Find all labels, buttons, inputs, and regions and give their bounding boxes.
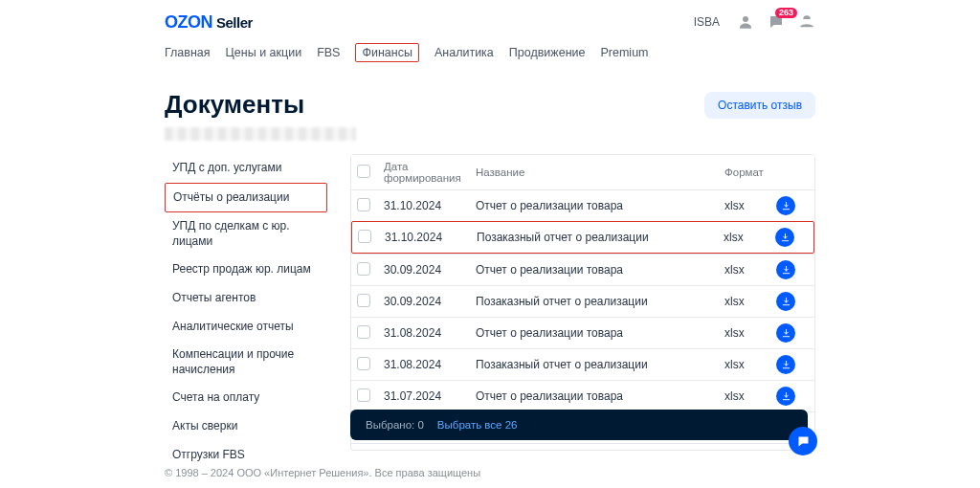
title-bar: Документы Оставить отзыв [165, 90, 815, 120]
page-title: Документы [165, 90, 304, 120]
row-checkbox[interactable] [357, 388, 370, 402]
sidebar-item-7[interactable]: Счета на оплату [165, 384, 327, 412]
table-row: 31.08.2024Отчет о реализации товараxlsx [351, 317, 814, 348]
redacted-subtitle [165, 127, 356, 141]
chat-fab[interactable] [789, 427, 817, 455]
sidebar-item-4[interactable]: Отчеты агентов [165, 284, 327, 313]
main-panel: Дата формирования Название Формат 31.10.… [350, 154, 815, 469]
cell-date: 31.10.2024 [385, 231, 471, 244]
nav-item-5[interactable]: Продвижение [509, 42, 586, 63]
cell-name: Отчет о реализации товара [476, 263, 719, 277]
cell-date: 30.09.2024 [384, 295, 470, 308]
download-icon[interactable] [776, 355, 795, 374]
user-menu[interactable]: ISBA [694, 15, 724, 29]
sidebar-item-8[interactable]: Акты сверки [165, 412, 327, 441]
row-checkbox[interactable] [357, 325, 370, 339]
cell-format: xlsx [724, 199, 770, 212]
col-date: Дата формирования [384, 161, 470, 184]
row-checkbox[interactable] [357, 294, 370, 307]
col-name: Название [476, 166, 719, 178]
table-row: 31.07.2024Отчет о реализации товараxlsx [351, 380, 814, 411]
cell-name: Позаказный отчет о реализации [476, 295, 719, 308]
cell-date: 31.10.2024 [384, 199, 470, 212]
row-checkbox[interactable] [357, 357, 370, 370]
cell-format: xlsx [724, 326, 770, 340]
user-name: ISBA [694, 15, 720, 29]
cell-date: 30.09.2024 [384, 263, 470, 277]
selection-count: Выбрано: 0 [366, 419, 424, 431]
sidebar-item-0[interactable]: УПД с доп. услугами [165, 154, 327, 183]
cell-date: 31.08.2024 [384, 358, 470, 371]
help-icon[interactable] [798, 13, 815, 31]
logo-secondary: Seller [216, 14, 253, 31]
logo-primary: OZON [165, 12, 212, 33]
cell-format: xlsx [724, 358, 770, 371]
table-row: 30.09.2024Позаказный отчет о реализацииx… [351, 285, 814, 317]
notif-badge: 263 [775, 8, 797, 18]
svg-point-0 [743, 16, 748, 22]
table-row: 30.06.2024Отчет о реализации товараxlsx [351, 443, 814, 451]
table-header-row: Дата формирования Название Формат [351, 154, 814, 189]
header-right: ISBA 263 [694, 13, 815, 31]
row-checkbox[interactable] [357, 262, 370, 276]
download-icon[interactable] [776, 292, 795, 311]
download-icon[interactable] [776, 387, 795, 406]
nav-item-6[interactable]: Premium [601, 42, 649, 63]
documents-table: Дата формирования Название Формат 31.10.… [350, 154, 815, 451]
sidebar-item-2[interactable]: УПД по сделкам с юр. лицами [165, 212, 327, 255]
cell-format: xlsx [724, 263, 770, 277]
cell-name: Отчет о реализации товара [476, 199, 719, 212]
cell-name: Отчет о реализации товара [476, 326, 719, 340]
chat-icon[interactable]: 263 [768, 13, 785, 31]
nav-item-0[interactable]: Главная [165, 42, 211, 63]
cell-date: 31.08.2024 [384, 326, 470, 340]
nav-item-1[interactable]: Цены и акции [226, 42, 302, 63]
sidebar-item-5[interactable]: Аналитические отчеты [165, 313, 327, 342]
table-row: 31.10.2024Отчет о реализации товараxlsx [351, 189, 814, 221]
cell-format: xlsx [724, 231, 769, 244]
nav-item-3[interactable]: Финансы [355, 43, 418, 62]
cell-name: Позаказный отчет о реализации [477, 231, 718, 244]
cell-name: Отчет о реализации товара [476, 389, 719, 403]
cell-name: Позаказный отчет о реализации [476, 358, 719, 371]
sidebar-item-9[interactable]: Отгрузки FBS [165, 441, 327, 470]
table-row: 31.08.2024Позаказный отчет о реализацииx… [351, 348, 814, 380]
download-icon[interactable] [776, 260, 795, 279]
header: OZON Seller ISBA 263 [165, 0, 815, 38]
nav-item-2[interactable]: FBS [317, 42, 340, 63]
table-row: 31.10.2024Позаказный отчет о реализацииx… [351, 221, 814, 254]
row-checkbox[interactable] [357, 198, 370, 211]
nav-item-4[interactable]: Аналитика [434, 42, 494, 63]
main-nav: ГлавнаяЦены и акцииFBSФинансыАналитикаПр… [165, 38, 815, 67]
logo[interactable]: OZON Seller [165, 12, 253, 33]
profile-icon[interactable] [737, 13, 754, 31]
selection-bar: Выбрано: 0 Выбрать все 26 [350, 410, 808, 440]
sidebar-item-1[interactable]: Отчёты о реализации [165, 183, 327, 213]
row-checkbox[interactable] [358, 230, 371, 243]
cell-format: xlsx [724, 295, 770, 308]
col-format: Формат [724, 166, 770, 178]
sidebar: УПД с доп. услугамиОтчёты о реализацииУП… [165, 154, 327, 469]
cell-format: xlsx [724, 389, 770, 403]
download-icon[interactable] [776, 323, 795, 343]
table-row: 30.09.2024Отчет о реализации товараxlsx [351, 254, 814, 285]
select-all-checkbox[interactable] [357, 165, 370, 178]
download-icon[interactable] [776, 196, 795, 215]
leave-review-button[interactable]: Оставить отзыв [704, 92, 815, 119]
select-all-link[interactable]: Выбрать все 26 [437, 419, 518, 431]
sidebar-item-3[interactable]: Реестр продаж юр. лицам [165, 255, 327, 284]
footer-copyright: © 1998 – 2024 ООО «Интернет Решения». Вс… [165, 467, 480, 478]
sidebar-item-6[interactable]: Компенсации и прочие начисления [165, 341, 327, 384]
cell-date: 31.07.2024 [384, 389, 470, 403]
download-icon[interactable] [775, 228, 794, 247]
